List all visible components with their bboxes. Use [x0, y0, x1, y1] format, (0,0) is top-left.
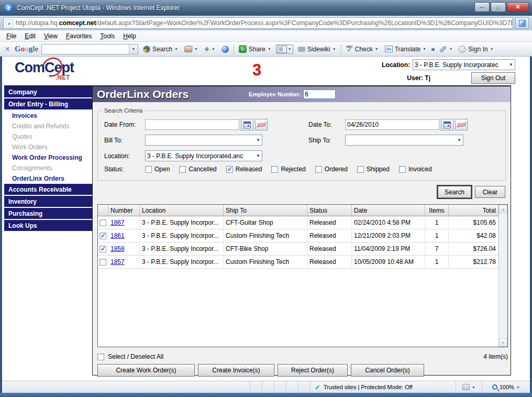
- menu-edit[interactable]: Edit: [20, 31, 40, 41]
- menu-favorites[interactable]: Favorites: [62, 31, 96, 41]
- row-checkbox[interactable]: [99, 246, 106, 252]
- status-bar: ✓ Trusted sites | Protected Mode: Off ▼ …: [2, 381, 530, 393]
- google-earth-button[interactable]: [220, 45, 230, 54]
- ship-to-select[interactable]: ▼: [345, 135, 463, 146]
- col-location[interactable]: Location: [140, 205, 224, 216]
- window-layout-button[interactable]: ▼: [276, 45, 293, 54]
- table-row: 1861 3 - P.B.E. Supply Incorpor... Custo…: [98, 229, 498, 242]
- date-to-input[interactable]: 04/26/2010: [345, 119, 439, 130]
- menu-view[interactable]: View: [40, 31, 62, 41]
- zone-settings-button[interactable]: ▼: [456, 381, 482, 393]
- menu-file[interactable]: File: [2, 31, 20, 41]
- reject-order-button[interactable]: Reject Order(s): [278, 364, 348, 377]
- sidebar-item-credits-refunds[interactable]: Credits and Refunds: [4, 121, 92, 131]
- row-checkbox[interactable]: [99, 233, 106, 239]
- restore-button[interactable]: □: [491, 2, 506, 12]
- close-button[interactable]: ✕: [507, 2, 529, 12]
- order-number-link[interactable]: 1861: [110, 232, 125, 239]
- col-status[interactable]: Status: [307, 205, 352, 216]
- cancel-order-button[interactable]: Cancel Order(s): [351, 364, 424, 377]
- employee-number-input[interactable]: [303, 90, 336, 99]
- sidebar-nav: Company Order Entry - Billing Invoices C…: [4, 85, 92, 232]
- col-date[interactable]: Date: [352, 205, 425, 216]
- header-location-select[interactable]: 3 - P.B.E. Supply Incorporatec▼: [413, 59, 515, 70]
- date-to-clear-button[interactable]: [455, 119, 468, 130]
- page-title: OrderLinx Orders: [97, 88, 189, 101]
- col-total[interactable]: Total: [449, 205, 498, 216]
- row-checkbox[interactable]: [99, 219, 106, 226]
- date-from-input[interactable]: [145, 119, 239, 130]
- toolbar-settings-button[interactable]: ▼: [438, 46, 454, 52]
- sidebar-item-work-orders[interactable]: Work Orders: [4, 142, 92, 152]
- scroll-up-icon[interactable]: ▲: [499, 205, 507, 213]
- date-to-calendar-button[interactable]: [441, 119, 453, 130]
- clear-button[interactable]: Clear: [475, 186, 505, 198]
- menu-help[interactable]: Help: [119, 31, 140, 41]
- window-frame-bottom: [0, 393, 532, 397]
- order-number-link[interactable]: 1867: [110, 219, 125, 226]
- sidebar-item-order-entry-billing[interactable]: Order Entry - Billing: [4, 98, 92, 109]
- sign-out-button[interactable]: Sign Out: [471, 72, 515, 84]
- row-checkbox[interactable]: [99, 259, 106, 266]
- signin-button[interactable]: Sign In▼: [457, 45, 495, 54]
- date-from-clear-button[interactable]: [255, 119, 268, 130]
- sidebar-item-quotes[interactable]: Quotes: [4, 131, 92, 142]
- page-favicon-icon: e: [6, 19, 13, 27]
- translate-button[interactable]: âaTranslate▼: [383, 45, 428, 54]
- sidewiki-button[interactable]: Sidewiki▼: [296, 45, 338, 54]
- share-button[interactable]: ↻Share▼: [237, 44, 273, 54]
- menu-tools[interactable]: Tools: [96, 31, 119, 41]
- sidebar-item-purchasing[interactable]: Purchasing: [4, 208, 92, 219]
- minimize-button[interactable]: ─: [474, 2, 490, 12]
- sidebar-item-company[interactable]: Company: [4, 86, 92, 97]
- create-invoice-button[interactable]: Create Invoice(s): [198, 364, 274, 377]
- calendar-icon: [444, 122, 451, 128]
- cell-total: $212.78: [449, 256, 498, 268]
- search-history-dropdown-icon[interactable]: ▼: [129, 45, 138, 54]
- sidebar-item-invoices[interactable]: Invoices: [4, 111, 92, 121]
- status-rejected-checkbox[interactable]: [271, 166, 278, 173]
- zoom-control[interactable]: 100% ▼: [482, 381, 530, 393]
- toolbar-close-icon[interactable]: ✕: [3, 46, 12, 53]
- col-items[interactable]: Items: [425, 205, 449, 216]
- main-panel: OrderLinx Orders Employee Number: Search…: [92, 85, 511, 376]
- sidebar-item-look-ups[interactable]: Look Ups: [4, 220, 92, 231]
- col-ship-to[interactable]: Ship To: [224, 205, 307, 216]
- status-cancelled-checkbox[interactable]: [179, 166, 186, 173]
- create-work-order-button[interactable]: Create Work Order(s): [97, 364, 195, 377]
- sidebar-item-inventory[interactable]: Inventory: [4, 196, 92, 207]
- search-button[interactable]: Search: [438, 186, 471, 198]
- cell-date: 10/05/2009 10:48 AM: [352, 256, 425, 268]
- status-ordered-checkbox[interactable]: [315, 166, 322, 173]
- col-number[interactable]: Number: [108, 205, 140, 216]
- sidebar-item-orderlinx-orders[interactable]: OrderLinx Orders: [4, 173, 92, 184]
- bill-to-select[interactable]: ▼: [145, 135, 262, 146]
- status-released-checkbox[interactable]: [226, 166, 233, 173]
- sidebar-item-consignments[interactable]: Consignments: [4, 163, 92, 173]
- bookmarks-button[interactable]: ▼: [183, 45, 199, 53]
- status-shipped-checkbox[interactable]: [357, 166, 364, 173]
- refresh-button[interactable]: [515, 17, 529, 29]
- select-all-checkbox[interactable]: [97, 354, 104, 360]
- status-open-checkbox[interactable]: [145, 166, 152, 173]
- user-label: User: Tj: [407, 74, 430, 82]
- scroll-down-icon[interactable]: ▼: [499, 338, 507, 347]
- toolbar-overflow-button[interactable]: »: [431, 45, 435, 53]
- cell-location: 3 - P.B.E. Supply Incorpor...: [140, 216, 224, 229]
- add-gadget-button[interactable]: +▼: [203, 45, 217, 54]
- url-field[interactable]: e http://utopia.hq.comcept.net/default.a…: [3, 17, 513, 29]
- cell-total: $105.65: [449, 216, 498, 229]
- cell-location: 3 - P.B.E. Supply Incorpor...: [140, 242, 224, 255]
- criteria-location-select[interactable]: 3 - P.B.E. Supply Incorporated,anc▼: [145, 150, 262, 161]
- order-number-link[interactable]: 1858: [110, 245, 125, 252]
- sidebar-item-accounts-receivable[interactable]: Accounts Receivable: [4, 184, 92, 195]
- grid-scrollbar[interactable]: ▲ ▼: [498, 205, 507, 347]
- date-from-calendar-button[interactable]: [241, 119, 253, 130]
- status-invoiced-checkbox[interactable]: [399, 166, 406, 173]
- spellcheck-button[interactable]: ABC✓Check▼: [345, 44, 380, 54]
- google-search-button[interactable]: Search▼: [141, 45, 180, 54]
- order-number-link[interactable]: 1857: [110, 258, 125, 266]
- google-search-input[interactable]: ▼: [41, 44, 138, 54]
- orders-grid: Number Location Ship To Status Date Item…: [97, 204, 508, 347]
- sidebar-item-work-order-processing[interactable]: Work Order Processing: [4, 152, 92, 163]
